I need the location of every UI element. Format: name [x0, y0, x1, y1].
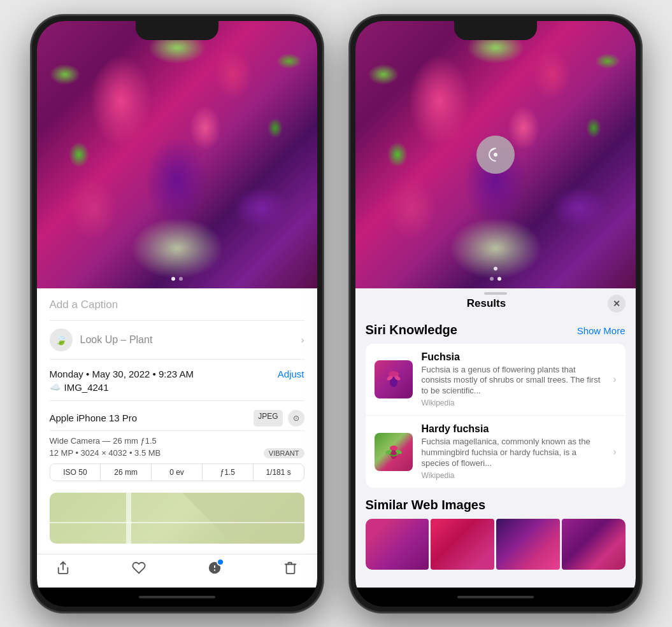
exif-ev: 0 ev: [152, 464, 203, 481]
dot-3: [490, 277, 494, 281]
share-button[interactable]: [56, 561, 70, 575]
fuchsia-chevron-icon: ›: [613, 374, 616, 385]
phone-2: Results ✕ Siri Knowledge Show More: [349, 15, 642, 613]
similar-images-title: Similar Web Images: [366, 498, 486, 512]
date-row: Monday • May 30, 2022 • 9:23 AM Adjust ☁…: [50, 360, 304, 404]
knowledge-card: Fuchsia Fuchsia is a genus of flowering …: [366, 344, 626, 488]
fuchsia-description: Fuchsia is a genus of flowering plants t…: [422, 365, 604, 397]
caption-placeholder[interactable]: Add a Caption: [50, 299, 118, 311]
camera-row: Apple iPhone 13 Pro JPEG ⊙: [50, 404, 304, 431]
fuchsia-thumbnail: [375, 360, 413, 398]
visual-lookup-button[interactable]: [476, 136, 515, 174]
hardy-fuchsia-content: Hardy fuchsia Fuchsia magellanica, commo…: [422, 423, 604, 480]
similar-image-4[interactable]: [562, 519, 626, 570]
fuchsia-content: Fuchsia Fuchsia is a genus of flowering …: [422, 351, 604, 408]
dot-1: [171, 277, 175, 281]
exif-iso: ISO 50: [50, 464, 101, 481]
specs-text: 12 MP • 3024 × 4032 • 3.5 MB: [50, 448, 161, 458]
notch-1: [136, 21, 218, 40]
similar-image-2[interactable]: [431, 519, 494, 570]
lookup-indicator-dot: [494, 267, 497, 271]
cloud-icon: ☁️: [50, 382, 61, 392]
hardy-fuchsia-description: Fuchsia magellanica, commonly known as t…: [422, 437, 604, 469]
lookup-icon: 🍃: [50, 328, 73, 351]
drag-handle[interactable]: [484, 292, 507, 295]
location-icon: ⊙: [288, 410, 304, 426]
filename-text: IMG_4241: [64, 382, 109, 393]
info-notification-badge: [217, 558, 224, 566]
siri-knowledge-title: Siri Knowledge: [366, 323, 457, 337]
show-more-button[interactable]: Show More: [577, 325, 626, 336]
specs-row: Wide Camera — 26 mm ƒ1.5 12 MP • 3024 × …: [50, 431, 304, 493]
phone-1: Add a Caption 🍃 Look Up – Plant › Monday…: [31, 15, 324, 613]
results-close-button[interactable]: ✕: [608, 295, 626, 313]
photo-dots-2: [490, 277, 501, 281]
lookup-subject: Plant: [129, 334, 152, 345]
svg-point-4: [494, 153, 497, 157]
flower-image-overlay: [37, 21, 317, 288]
photo-info-panel: Add a Caption 🍃 Look Up – Plant › Monday…: [37, 288, 317, 554]
photo-dots: [171, 277, 183, 281]
dot-2: [179, 277, 183, 281]
home-bar-2: [457, 596, 534, 598]
hardy-fuchsia-title: Hardy fuchsia: [422, 423, 604, 435]
notch-2: [454, 21, 537, 40]
similar-images-grid[interactable]: [366, 519, 626, 570]
camera-badges: JPEG ⊙: [254, 410, 304, 426]
info-button[interactable]: [208, 561, 222, 575]
vibrant-badge: VIBRANT: [264, 448, 304, 458]
favorite-button[interactable]: [132, 561, 146, 575]
knowledge-item-hardy-fuchsia[interactable]: Hardy fuchsia Fuchsia magellanica, commo…: [366, 416, 626, 488]
svg-point-9: [390, 446, 397, 451]
date-text: Monday • May 30, 2022 • 9:23 AM: [50, 369, 194, 379]
siri-knowledge-header: Siri Knowledge Show More: [366, 323, 626, 337]
similar-web-images-section: Similar Web Images: [366, 498, 626, 570]
home-indicator-2: [355, 588, 636, 607]
exif-aperture: ƒ1.5: [203, 464, 254, 481]
adjust-button[interactable]: Adjust: [278, 369, 304, 379]
results-scroll-area[interactable]: Siri Knowledge Show More: [355, 319, 636, 588]
exif-row: ISO 50 26 mm 0 ev ƒ1.5 1/181 s: [50, 463, 304, 481]
lens-text: Wide Camera — 26 mm ƒ1.5: [50, 436, 304, 446]
photo-display[interactable]: [37, 21, 317, 288]
hardy-fuchsia-source: Wikipedia: [422, 471, 604, 480]
jpeg-badge: JPEG: [254, 410, 282, 426]
lookup-label: Look Up –: [80, 334, 127, 345]
similar-image-3[interactable]: [496, 519, 560, 570]
delete-button[interactable]: [283, 561, 297, 575]
lookup-chevron-icon: ›: [301, 335, 304, 345]
results-photo-bg[interactable]: [355, 21, 636, 288]
map-preview[interactable]: [50, 493, 304, 544]
photo-toolbar: [37, 554, 317, 588]
dot-4: [497, 277, 501, 281]
results-panel: Results ✕ Siri Knowledge Show More: [355, 288, 636, 588]
filename-row: ☁️ IMG_4241: [50, 382, 304, 401]
fuchsia-title: Fuchsia: [422, 351, 604, 363]
exif-focal: 26 mm: [101, 464, 152, 481]
knowledge-item-fuchsia[interactable]: Fuchsia Fuchsia is a genus of flowering …: [366, 344, 626, 416]
lookup-row[interactable]: 🍃 Look Up – Plant ›: [50, 321, 304, 360]
home-bar-1: [139, 596, 215, 598]
camera-model: Apple iPhone 13 Pro: [50, 412, 138, 423]
results-title: Results: [366, 297, 608, 310]
fuchsia-source: Wikipedia: [422, 398, 604, 407]
caption-area[interactable]: Add a Caption: [50, 288, 304, 321]
similar-images-header: Similar Web Images: [366, 498, 626, 512]
lookup-text: Look Up – Plant: [80, 334, 153, 346]
similar-image-1[interactable]: [366, 519, 429, 570]
exif-shutter: 1/181 s: [254, 464, 304, 481]
hardy-fuchsia-chevron-icon: ›: [613, 446, 616, 458]
map-roads-overlay: [50, 493, 304, 544]
home-indicator-1: [37, 588, 317, 607]
hardy-fuchsia-thumbnail: [375, 433, 413, 471]
results-header: Results ✕: [355, 288, 636, 319]
